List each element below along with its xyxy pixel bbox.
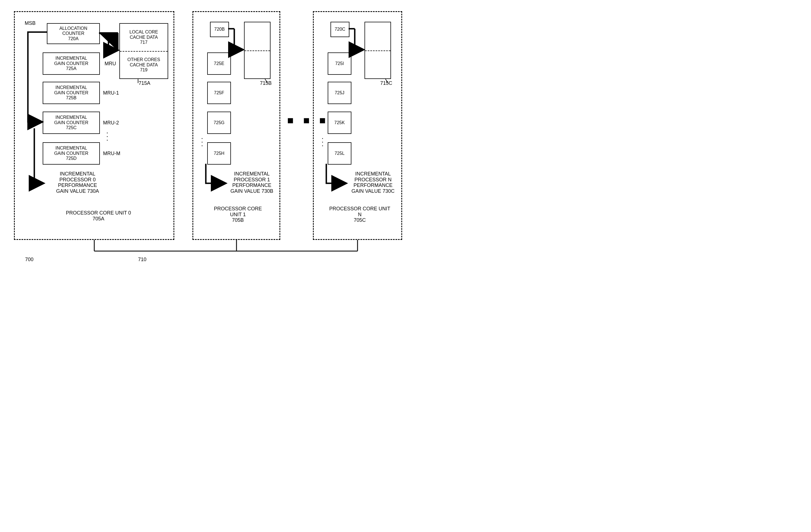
ga-l1: INCREMENTAL xyxy=(43,56,99,61)
u1-g1: 725E xyxy=(208,61,230,66)
cache-other-l2: CACHE DATA xyxy=(120,62,168,67)
gain-725g: 725G xyxy=(207,111,231,134)
mru-label-b: MRU-1 xyxy=(101,90,121,96)
gd-l1: INCREMENTAL xyxy=(43,146,99,151)
un-g1: 725I xyxy=(328,61,351,66)
ga-l2: GAIN COUNTER xyxy=(43,61,99,66)
un-t1: PROCESSOR CORE UNIT xyxy=(326,206,393,212)
vdots-icon-un: . . . xyxy=(322,135,323,146)
gv0-l3: PERFORMANCE xyxy=(51,182,104,188)
alloc-ref: 720A xyxy=(47,36,99,41)
gain-725j: 725J xyxy=(328,82,351,104)
gain-725i: 725I xyxy=(328,52,351,75)
mru-label-a: MRU xyxy=(103,61,118,67)
gv0-l4: GAIN VALUE 730A xyxy=(51,188,104,194)
gv0-l1: INCREMENTAL xyxy=(51,171,104,177)
cache-box-715b xyxy=(244,22,271,79)
gb-l1: INCREMENTAL xyxy=(43,85,99,90)
alloc-720c: 720C xyxy=(331,22,349,37)
gvn-l2: PROCESSOR N xyxy=(346,177,400,183)
gc-l1: INCREMENTAL xyxy=(43,115,99,120)
gvn-l1: INCREMENTAL xyxy=(346,171,400,177)
gain-value-text-0: INCREMENTAL PROCESSOR 0 PERFORMANCE GAIN… xyxy=(51,171,104,194)
processor-core-unit-0: MSB ALLOCATION COUNTER 720A LOCAL CORE C… xyxy=(14,11,174,240)
cache-local-l1: LOCAL CORE xyxy=(120,30,168,35)
msb-label: MSB xyxy=(22,20,39,26)
alloc-l1: ALLOCATION xyxy=(47,26,99,31)
gain-725f: 725F xyxy=(207,82,231,104)
vdots-icon: . . . xyxy=(106,129,108,140)
u0-t1: PROCESSOR CORE UNIT 0 xyxy=(57,210,140,216)
gain-counter-725c: INCREMENTAL GAIN COUNTER 725C xyxy=(43,111,100,134)
alloc-l2: COUNTER xyxy=(47,31,99,36)
u1-t3: 705B xyxy=(210,217,266,223)
gain-counter-725b: INCREMENTAL GAIN COUNTER 725B xyxy=(43,82,100,104)
allocation-counter-box: ALLOCATION COUNTER 720A xyxy=(47,23,100,44)
gb-l2: GAIN COUNTER xyxy=(43,90,99,95)
u1-g4: 725H xyxy=(208,151,230,156)
gain-725k: 725K xyxy=(328,111,351,134)
gd-l2: GAIN COUNTER xyxy=(43,151,99,156)
cache-other-l1: OTHER CORES xyxy=(120,57,168,62)
u1-alloc-ref: 720B xyxy=(211,27,228,32)
unit0-title: PROCESSOR CORE UNIT 0 705A xyxy=(57,210,140,222)
gv1-l1: INCREMENTAL xyxy=(225,171,278,177)
mru-label-d: MRU-M xyxy=(101,151,122,156)
figure-number: 700 xyxy=(21,257,37,262)
ga-ref: 725A xyxy=(43,66,99,71)
diagram-canvas: MSB ALLOCATION COUNTER 720A LOCAL CORE C… xyxy=(5,5,411,272)
gv1-l3: PERFORMANCE xyxy=(225,182,278,188)
u1-g2: 725F xyxy=(208,90,230,95)
un-alloc-ref: 720C xyxy=(331,27,349,32)
processor-core-unit-n: 720C 715C 725I 725J 725K 725L . . . INCR… xyxy=(313,11,402,240)
gain-value-text-n: INCREMENTAL PROCESSOR N PERFORMANCE GAIN… xyxy=(346,171,400,194)
un-g3: 725K xyxy=(328,120,351,125)
unitn-title: PROCESSOR CORE UNIT N 705C xyxy=(326,206,393,223)
gain-725e: 725E xyxy=(207,52,231,75)
bus-label-710: 710 xyxy=(134,257,151,262)
gain-counter-725a: INCREMENTAL GAIN COUNTER 725A xyxy=(43,52,100,75)
gvn-l4: GAIN VALUE 730C xyxy=(346,188,400,194)
un-g4: 725L xyxy=(328,151,351,156)
un-t3: 705C xyxy=(326,217,393,223)
gc-ref: 725C xyxy=(43,125,99,130)
cache-ref-715a: 715A xyxy=(135,80,154,86)
u0-t2: 705A xyxy=(57,216,140,222)
d3: . xyxy=(201,142,203,146)
processor-core-unit-1: 720B 715B 725E 725F 725G 725H . . . INCR… xyxy=(193,11,280,240)
gv0-l2: PROCESSOR 0 xyxy=(51,177,104,183)
gv1-l2: PROCESSOR 1 xyxy=(225,177,278,183)
vdots-icon-u1: . . . xyxy=(201,135,203,146)
gain-725h: 725H xyxy=(207,142,231,165)
cache-box-715c xyxy=(365,22,391,79)
gd-ref: 725D xyxy=(43,156,99,161)
u1-t1: PROCESSOR CORE xyxy=(210,206,266,212)
un-t2: N xyxy=(326,212,393,217)
cache-ref-715b: 715B xyxy=(256,80,276,86)
cache-local-l2: CACHE DATA xyxy=(120,35,168,40)
cache-ref-715c: 715C xyxy=(377,80,396,86)
gv1-l4: GAIN VALUE 730B xyxy=(225,188,278,194)
mru-label-c: MRU-2 xyxy=(101,120,121,126)
unit1-title: PROCESSOR CORE UNIT 1 705B xyxy=(210,206,266,223)
cache-other-ref: 719 xyxy=(120,67,168,73)
alloc-720b: 720B xyxy=(210,22,229,37)
gb-ref: 725B xyxy=(43,95,99,101)
cache-box: LOCAL CORE CACHE DATA 717 OTHER CORES CA… xyxy=(119,23,168,79)
gvn-l3: PERFORMANCE xyxy=(346,182,400,188)
u1-t2: UNIT 1 xyxy=(210,212,266,217)
cache-local-ref: 717 xyxy=(120,40,168,45)
un-g2: 725J xyxy=(328,90,351,95)
gain-value-text-1: INCREMENTAL PROCESSOR 1 PERFORMANCE GAIN… xyxy=(225,171,278,194)
u1-g3: 725G xyxy=(208,120,230,125)
gc-l2: GAIN COUNTER xyxy=(43,120,99,125)
gain-725l: 725L xyxy=(328,142,351,165)
dot-3: . xyxy=(106,136,108,140)
d3: . xyxy=(322,142,323,146)
gain-counter-725d: INCREMENTAL GAIN COUNTER 725D xyxy=(43,142,100,165)
